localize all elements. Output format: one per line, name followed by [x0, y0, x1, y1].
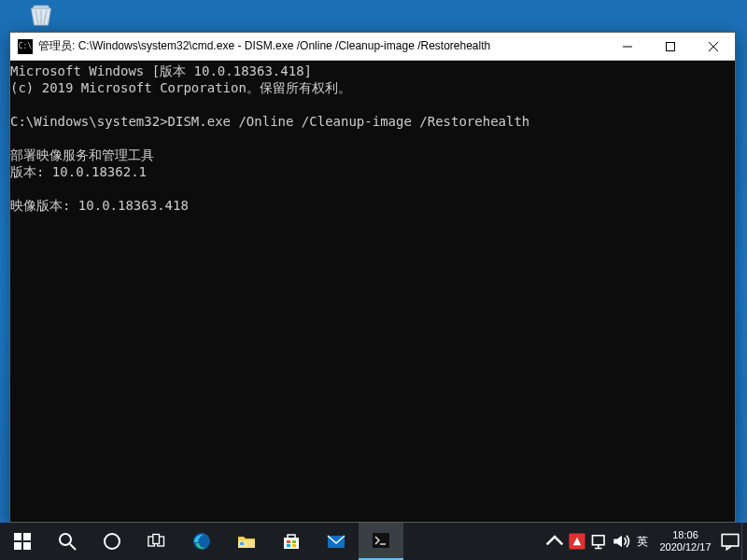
action-center-button[interactable] — [719, 523, 741, 560]
window-title: 管理员: C:\Windows\system32\cmd.exe - DISM.… — [38, 38, 490, 54]
cortana-button[interactable] — [90, 523, 134, 560]
tray-time: 18:06 — [672, 529, 698, 541]
svg-rect-4 — [23, 542, 31, 550]
taskbar-app-store[interactable] — [269, 523, 314, 560]
tray-security-icon[interactable] — [566, 523, 588, 560]
tray-network-icon[interactable] — [588, 523, 611, 560]
task-view-button[interactable] — [134, 523, 179, 560]
svg-rect-0 — [667, 42, 675, 50]
tray-overflow-button[interactable] — [543, 523, 566, 560]
close-button[interactable] — [692, 33, 735, 61]
maximize-button[interactable] — [649, 33, 692, 61]
svg-rect-3 — [14, 542, 21, 550]
svg-rect-20 — [593, 536, 605, 545]
svg-rect-2 — [23, 533, 31, 540]
svg-rect-14 — [292, 540, 296, 543]
svg-rect-9 — [153, 535, 160, 544]
svg-rect-16 — [292, 544, 296, 547]
console-output[interactable]: Microsoft Windows [版本 10.0.18363.418] (c… — [10, 61, 735, 522]
desktop[interactable]: C:\ 管理员: C:\Windows\system32\cmd.exe - D… — [0, 0, 747, 523]
titlebar[interactable]: C:\ 管理员: C:\Windows\system32\cmd.exe - D… — [10, 33, 735, 61]
console-line: 部署映像服务和管理工具 — [10, 147, 154, 162]
taskbar: 英 18:06 2020/12/17 — [0, 523, 747, 560]
tray-volume-icon[interactable] — [611, 523, 633, 560]
console-line: 版本: 10.0.18362.1 — [10, 164, 147, 179]
tray-date: 2020/12/17 — [659, 541, 711, 553]
tray-ime-indicator[interactable]: 英 — [633, 534, 652, 550]
taskbar-app-edge[interactable] — [179, 523, 224, 560]
tray-clock[interactable]: 18:06 2020/12/17 — [652, 529, 719, 553]
console-line: 映像版本: 10.0.18363.418 — [10, 198, 189, 213]
minimize-button[interactable] — [606, 33, 649, 61]
svg-rect-18 — [373, 533, 389, 548]
show-desktop-button[interactable] — [741, 523, 747, 560]
search-button[interactable] — [45, 523, 90, 560]
start-button[interactable] — [0, 523, 45, 560]
system-tray: 英 18:06 2020/12/17 — [543, 523, 747, 560]
recycle-bin-icon[interactable] — [19, 0, 63, 32]
cmd-app-icon: C:\ — [18, 39, 33, 54]
svg-rect-12 — [240, 542, 244, 545]
taskbar-app-mail[interactable] — [314, 523, 359, 560]
console-line: Microsoft Windows [版本 10.0.18363.418] — [10, 63, 312, 78]
taskbar-app-explorer[interactable] — [224, 523, 269, 560]
svg-rect-13 — [287, 540, 290, 543]
svg-rect-1 — [14, 533, 21, 540]
taskbar-app-cmd[interactable] — [359, 523, 403, 560]
svg-rect-15 — [287, 544, 290, 547]
svg-point-5 — [60, 534, 71, 545]
svg-point-6 — [105, 534, 120, 549]
console-line: (c) 2019 Microsoft Corporation。保留所有权利。 — [10, 80, 351, 95]
cmd-window: C:\ 管理员: C:\Windows\system32\cmd.exe - D… — [9, 32, 736, 523]
svg-rect-21 — [722, 535, 739, 547]
console-prompt-line: C:\Windows\system32>DISM.exe /Online /Cl… — [10, 114, 529, 129]
